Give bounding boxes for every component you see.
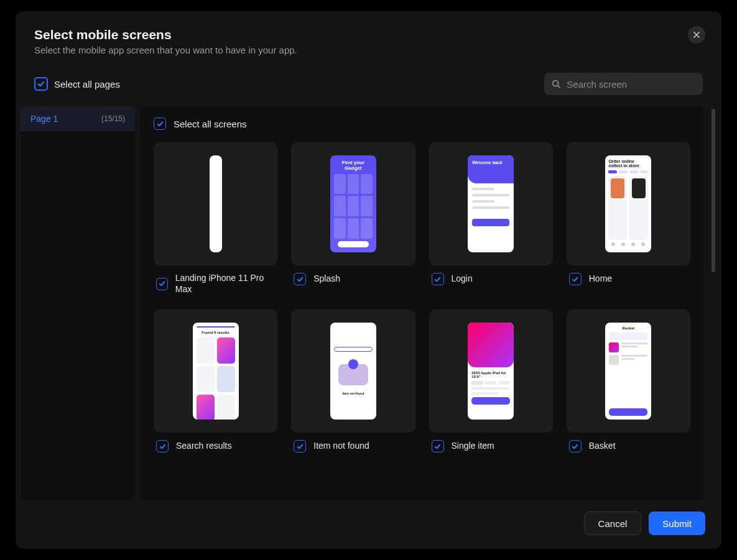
screen-name: Single item — [452, 441, 494, 452]
screen-name: Home — [589, 273, 612, 285]
cancel-button[interactable]: Cancel — [584, 512, 642, 535]
check-icon — [297, 443, 304, 450]
screen-thumbnail[interactable]: Found 6 results — [154, 310, 277, 433]
close-icon — [693, 31, 700, 39]
screen-checkbox[interactable] — [569, 440, 582, 452]
thumb-headline: Order online collect in store — [608, 159, 648, 168]
screen-name: Search results — [176, 441, 231, 452]
modal-header: Select mobile screens Select the mobile … — [16, 11, 721, 67]
thumb-headline: Find your Gadget — [334, 160, 373, 172]
screen-thumbnail[interactable]: Order online collect in store — [567, 142, 690, 265]
search-input[interactable] — [567, 79, 695, 90]
search-icon — [552, 79, 560, 89]
screen-thumbnail[interactable] — [154, 142, 277, 265]
screen-card-home: Order online collect in store Home — [567, 142, 690, 295]
thumb-headline: 2020 Apple iPad Air 10.9" — [471, 371, 510, 379]
controls-row: Select all pages — [16, 67, 721, 106]
close-button[interactable] — [688, 26, 705, 44]
select-screens-modal: Select mobile screens Select the mobile … — [16, 11, 721, 549]
screens-grid: Landing iPhone 11 Pro Max Find your Gadg… — [154, 142, 690, 452]
screen-thumbnail[interactable]: Find your Gadget — [291, 142, 415, 265]
screen-name: Landing iPhone 11 Pro Max — [175, 273, 276, 295]
screen-checkbox[interactable] — [156, 278, 168, 290]
screen-thumbnail[interactable]: Basket — [567, 310, 690, 433]
sidebar-page-item[interactable]: Page 1 (15/15) — [21, 106, 135, 131]
phone-preview: Welcome back — [468, 155, 514, 252]
check-icon — [157, 121, 164, 127]
page-label: Page 1 — [30, 114, 58, 124]
screen-checkbox[interactable] — [432, 273, 444, 285]
modal-body: Page 1 (15/15) Select all screens — [16, 106, 721, 500]
select-all-screens-checkbox[interactable] — [154, 117, 166, 130]
scrollbar[interactable] — [712, 109, 715, 498]
screen-thumbnail[interactable]: 2020 Apple iPad Air 10.9" — [429, 310, 553, 433]
phone-preview: Item not found — [330, 323, 376, 420]
select-all-pages-checkbox[interactable] — [34, 77, 48, 91]
select-all-screens-label: Select all screens — [174, 119, 247, 129]
select-all-screens[interactable]: Select all screens — [154, 117, 690, 130]
pages-sidebar: Page 1 (15/15) — [21, 106, 135, 500]
phone-preview — [210, 155, 222, 252]
screen-checkbox[interactable] — [156, 440, 169, 452]
screen-card-landing: Landing iPhone 11 Pro Max — [154, 142, 277, 295]
phone-preview: Order online collect in store — [605, 155, 651, 252]
phone-preview: Basket — [605, 323, 651, 420]
select-all-pages[interactable]: Select all pages — [34, 77, 120, 91]
screen-card-search-results: Found 6 results Search results — [154, 310, 277, 452]
phone-preview: Found 6 results — [193, 323, 239, 420]
thumb-headline: Found 6 results — [197, 331, 235, 334]
screen-thumbnail[interactable]: Welcome back — [429, 142, 553, 265]
search-box[interactable] — [544, 73, 703, 95]
thumb-headline: Welcome back — [468, 155, 514, 183]
screen-card-single-item: 2020 Apple iPad Air 10.9" Sin — [429, 310, 553, 452]
modal-footer: Cancel Submit — [16, 500, 721, 549]
select-all-pages-label: Select all pages — [54, 79, 120, 90]
modal-title: Select mobile screens — [34, 27, 703, 42]
screen-thumbnail[interactable]: Item not found — [291, 310, 415, 433]
screen-name: Item not found — [313, 441, 369, 452]
screen-checkbox[interactable] — [294, 440, 306, 452]
thumb-headline: Basket — [609, 326, 647, 330]
check-icon — [434, 443, 441, 450]
phone-preview: 2020 Apple iPad Air 10.9" — [468, 323, 514, 420]
check-icon — [159, 443, 166, 450]
screen-name: Splash — [313, 273, 340, 285]
screen-card-basket: Basket Basket — [567, 310, 690, 452]
check-icon — [297, 276, 304, 283]
check-icon — [434, 276, 441, 283]
page-count: (15/15) — [101, 114, 125, 123]
screen-name: Basket — [589, 441, 616, 452]
scrollbar-thumb[interactable] — [712, 109, 715, 272]
screen-card-splash: Find your Gadget Splash — [291, 142, 415, 295]
check-icon — [37, 80, 45, 88]
thumb-headline: Item not found — [343, 392, 364, 395]
phone-preview: Find your Gadget — [330, 155, 376, 252]
check-icon — [572, 443, 578, 450]
check-icon — [159, 280, 165, 287]
modal-subtitle: Select the mobile app screen that you wa… — [34, 45, 703, 55]
screen-name: Login — [452, 273, 473, 285]
screen-checkbox[interactable] — [294, 273, 306, 285]
check-icon — [572, 276, 578, 283]
submit-button[interactable]: Submit — [649, 512, 705, 535]
screen-checkbox[interactable] — [432, 440, 444, 452]
screens-panel: Select all screens Landing iPhone 11 Pro… — [140, 106, 704, 500]
screen-checkbox[interactable] — [569, 273, 582, 285]
screen-card-not-found: Item not found Item not found — [291, 310, 415, 452]
screen-card-login: Welcome back — [429, 142, 553, 295]
